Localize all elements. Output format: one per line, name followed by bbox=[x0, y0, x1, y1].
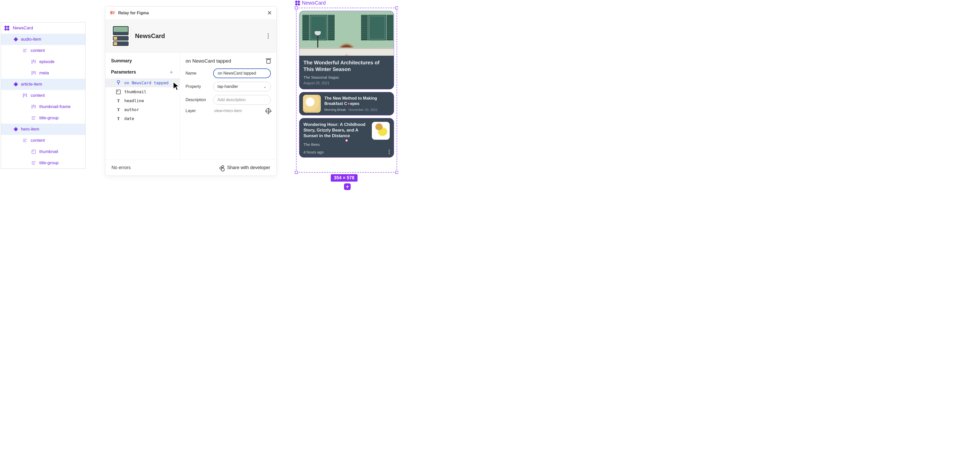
layer-field-value: view=hero-item bbox=[213, 108, 262, 113]
layer-row-title-group[interactable]: title-group bbox=[1, 112, 85, 124]
locate-layer-button[interactable] bbox=[266, 108, 271, 113]
summary-section-label[interactable]: Summary bbox=[105, 58, 180, 68]
hero-author: The Seasonal Sagas bbox=[304, 75, 390, 80]
article-date: November 10, 2021 bbox=[348, 108, 378, 112]
layer-row-meta[interactable]: meta bbox=[1, 67, 85, 79]
share-with-developer-button[interactable]: Share with developer bbox=[220, 165, 270, 171]
hero-headline: The Wonderful Architectures of This Wint… bbox=[304, 59, 390, 73]
article-item[interactable]: The New Method to Making Breakfast Cepes… bbox=[299, 92, 394, 115]
param-row-tap[interactable]: on NewsCard tapped bbox=[105, 78, 180, 87]
layer-row-thumbnail[interactable]: thumbnail bbox=[1, 146, 85, 157]
layer-label: title-group bbox=[39, 160, 59, 166]
autolayout-icon bbox=[32, 60, 36, 64]
newscard-preview: The Wonderful Architectures of This Wint… bbox=[299, 11, 394, 170]
layer-row-content[interactable]: content bbox=[1, 135, 85, 146]
resize-handle-tl[interactable] bbox=[295, 6, 298, 10]
article-headline: The New Method to Making Breakfast Cepes bbox=[325, 96, 390, 107]
layers-root-row[interactable]: NewsCard bbox=[1, 22, 85, 34]
relay-title-bar: NewsCard bbox=[105, 20, 277, 53]
canvas-component-label[interactable]: NewsCard bbox=[295, 0, 326, 6]
audio-date: 4 hours ago bbox=[304, 150, 324, 154]
image-icon bbox=[32, 150, 36, 154]
layer-row-episode[interactable]: episode bbox=[1, 56, 85, 67]
resize-handle-br[interactable] bbox=[395, 171, 398, 174]
relay-brand-label: Relay for Figma bbox=[118, 11, 149, 15]
frame-icon bbox=[32, 116, 36, 120]
param-row-thumbnail[interactable]: thumbnail bbox=[105, 87, 180, 96]
param-row-headline[interactable]: T headline bbox=[105, 96, 180, 105]
layer-label: thumbnail bbox=[39, 149, 58, 154]
layer-row-audio-item[interactable]: audio-item bbox=[1, 34, 85, 45]
variant-icon bbox=[14, 127, 18, 132]
autolayout-icon bbox=[32, 105, 36, 109]
delete-parameter-button[interactable] bbox=[266, 59, 271, 64]
component-set-icon bbox=[5, 26, 9, 30]
audio-thumbnail bbox=[372, 122, 390, 140]
property-select[interactable]: tap-handler ⌄ bbox=[213, 82, 271, 91]
audio-author: The Bees bbox=[304, 142, 390, 147]
name-input[interactable]: on NewsCard tapped bbox=[213, 69, 271, 78]
component-title: NewsCard bbox=[135, 32, 261, 40]
layer-row-article-item[interactable]: article-item bbox=[1, 79, 85, 90]
detail-heading: on NewsCard tapped bbox=[186, 58, 231, 64]
autolayout-icon bbox=[23, 94, 27, 97]
add-parameter-button[interactable]: ＋ bbox=[169, 68, 174, 76]
layer-row-content[interactable]: content bbox=[1, 45, 85, 56]
add-variant-button[interactable]: + bbox=[344, 183, 351, 190]
article-thumbnail bbox=[303, 95, 321, 113]
layer-label: content bbox=[30, 93, 45, 98]
param-label: date bbox=[124, 116, 134, 121]
layer-label: hero-item bbox=[21, 127, 39, 132]
resize-handle-tr[interactable] bbox=[395, 6, 398, 10]
layer-label: meta bbox=[39, 70, 49, 76]
article-author: Morning Break bbox=[325, 108, 346, 112]
close-button[interactable]: ✕ bbox=[267, 10, 272, 16]
layer-label: episode bbox=[39, 59, 55, 64]
constraint-indicator-icon bbox=[348, 103, 350, 105]
layer-row-thumbnail-frame[interactable]: thumbnail-frame bbox=[1, 101, 85, 112]
param-row-date[interactable]: T date bbox=[105, 114, 180, 123]
layer-row-hero-item[interactable]: hero-item bbox=[1, 124, 85, 135]
layers-panel: NewsCard audio-item content episode meta… bbox=[1, 22, 86, 169]
property-field-label: Property bbox=[186, 84, 209, 89]
description-field-label: Description bbox=[186, 97, 209, 102]
layer-label: content bbox=[30, 138, 45, 143]
layer-row-content[interactable]: content bbox=[1, 90, 85, 101]
parameters-section-label: Parameters bbox=[111, 70, 136, 75]
audio-more-button[interactable] bbox=[389, 150, 390, 154]
description-input[interactable]: Add description bbox=[213, 95, 271, 105]
canvas-selection-frame[interactable]: The Wonderful Architectures of This Wint… bbox=[296, 8, 397, 173]
chevron-down-icon: ⌄ bbox=[263, 85, 266, 89]
layer-label: audio-item bbox=[21, 37, 41, 42]
autolayout-icon bbox=[32, 71, 36, 75]
error-status: No errors bbox=[111, 165, 130, 171]
more-menu-button[interactable] bbox=[266, 33, 271, 38]
audio-item[interactable]: Wondering Hour: A Childhood Story, Grizz… bbox=[299, 118, 394, 158]
name-input-value: on NewsCard tapped bbox=[218, 71, 256, 76]
hero-date: August 25, 2021 bbox=[304, 81, 390, 85]
relay-detail-column: on NewsCard tapped Name on NewsCard tapp… bbox=[180, 53, 277, 159]
share-icon bbox=[220, 166, 224, 170]
param-label: on NewsCard tapped bbox=[124, 80, 169, 85]
component-set-icon bbox=[295, 1, 300, 5]
relay-header: Relay for Figma ✕ bbox=[105, 6, 277, 20]
param-label: thumbnail bbox=[124, 89, 146, 94]
variant-icon bbox=[14, 82, 18, 86]
layer-row-title-group[interactable]: title-group bbox=[1, 157, 85, 169]
relay-left-column: Summary Parameters ＋ on NewsCard tapped … bbox=[105, 53, 180, 159]
text-param-icon: T bbox=[116, 99, 121, 103]
relay-brand: Relay for Figma bbox=[110, 11, 149, 15]
name-field-label: Name bbox=[186, 71, 209, 76]
text-param-icon: T bbox=[116, 116, 121, 121]
selection-size-badge: 354 × 578 bbox=[331, 174, 358, 182]
hero-item[interactable]: The Wonderful Architectures of This Wint… bbox=[299, 11, 394, 89]
component-thumbnail bbox=[111, 24, 130, 48]
variant-icon bbox=[14, 37, 18, 41]
image-param-icon bbox=[116, 90, 121, 94]
audio-headline: Wondering Hour: A Childhood Story, Grizz… bbox=[304, 122, 368, 139]
param-row-author[interactable]: T author bbox=[105, 105, 180, 114]
resize-handle-bl[interactable] bbox=[295, 171, 298, 174]
text-param-icon: T bbox=[116, 107, 121, 112]
layer-field-label: Layer bbox=[186, 108, 209, 113]
layer-label: thumbnail-frame bbox=[39, 104, 71, 109]
